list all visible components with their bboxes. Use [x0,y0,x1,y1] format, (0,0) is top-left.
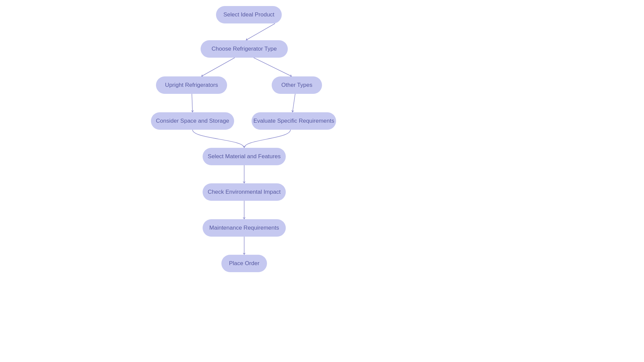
arrow-7 [244,130,290,148]
arrow-2 [201,58,235,76]
check-env-label: Check Environmental Impact [208,189,281,195]
diagram-container: Select Ideal Product Choose Refrigerator… [0,0,644,362]
arrow-5 [292,94,295,112]
consider-space-label: Consider Space and Storage [156,118,229,124]
arrow-1 [246,23,275,40]
place-order-label: Place Order [229,260,260,266]
flowchart-svg: Select Ideal Product Choose Refrigerator… [0,0,644,362]
other-types-label: Other Types [281,82,312,88]
choose-type-label: Choose Refrigerator Type [212,46,277,52]
evaluate-label: Evaluate Specific Requirements [254,118,334,124]
maintenance-label: Maintenance Requirements [209,225,279,231]
select-ideal-label: Select Ideal Product [223,11,274,18]
arrow-6 [193,130,244,148]
select-material-label: Select Material and Features [208,153,280,160]
upright-label: Upright Refrigerators [165,82,218,88]
arrow-4 [192,94,193,112]
arrow-3 [254,58,292,76]
